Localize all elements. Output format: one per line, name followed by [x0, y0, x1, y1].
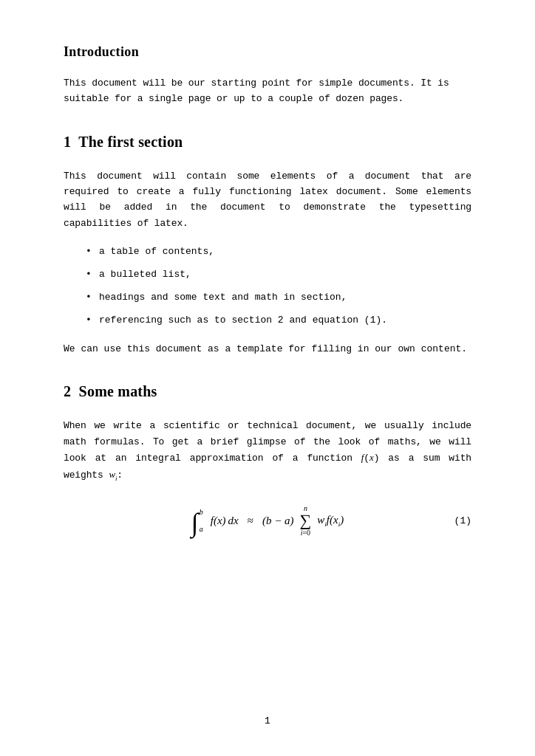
- section2: 2 Some maths When we write a scientific …: [64, 383, 471, 537]
- introduction-paragraph: This document will be our starting point…: [64, 76, 471, 107]
- list-item: a table of contents,: [86, 244, 471, 260]
- page-number: 1: [0, 715, 535, 726]
- list-item: headings and some text and math in secti…: [86, 290, 471, 306]
- integrand: f(x) dx: [211, 515, 239, 527]
- math-formula-content: ∫ b a f(x) dx ≈ (b − a) n ∑ i=0: [191, 504, 344, 537]
- section1-heading: 1 The first section: [64, 134, 471, 151]
- summation: n ∑ i=0: [300, 504, 312, 537]
- equation-number: (1): [454, 515, 471, 526]
- section2-heading: 2 Some maths: [64, 383, 471, 400]
- section1-paragraph1: This document will contain some elements…: [64, 168, 471, 232]
- section1: 1 The first section This document will c…: [64, 134, 471, 357]
- bullet-list: a table of contents, a bulleted list, he…: [86, 244, 471, 328]
- sum-term: wif(xi): [317, 514, 344, 528]
- section2-paragraph1: When we write a scientific or technical …: [64, 418, 471, 484]
- introduction-section: Introduction This document will be our s…: [64, 44, 471, 107]
- integral-symbol: ∫ b a: [191, 507, 203, 534]
- math-equation: ∫ b a f(x) dx ≈ (b − a) n ∑ i=0: [64, 504, 471, 537]
- list-item: referencing such as to section 2 and equ…: [86, 313, 471, 329]
- approx-symbol: ≈: [248, 515, 253, 527]
- introduction-heading: Introduction: [64, 44, 471, 60]
- section1-paragraph2: We can use this document as a template f…: [64, 342, 471, 357]
- factor: (b − a): [262, 515, 294, 527]
- list-item: a bulleted list,: [86, 267, 471, 283]
- document-page: Introduction This document will be our s…: [0, 0, 535, 756]
